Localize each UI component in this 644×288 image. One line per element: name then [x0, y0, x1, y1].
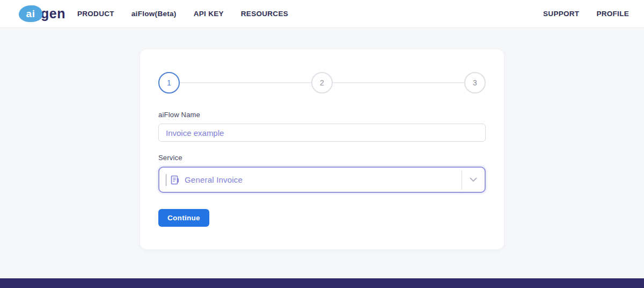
nav-item-api-key[interactable]: API KEY [194, 10, 224, 18]
nav-item-profile[interactable]: PROFILE [596, 10, 629, 18]
wizard-card: 1 2 3 aiFlow Name Service [140, 49, 504, 249]
chevron-down-icon[interactable] [462, 177, 485, 182]
logo-text: gen [41, 6, 65, 21]
logo-ai-mark: ai [19, 5, 42, 22]
service-select-value: General Invoice [185, 175, 462, 184]
text-caret [166, 174, 166, 186]
step-3-number: 3 [473, 78, 477, 87]
invoice-document-icon [170, 175, 180, 185]
nav-right-links: SUPPORT PROFILE [543, 10, 629, 18]
nav-item-aiflow-beta[interactable]: aiFlow(Beta) [131, 10, 177, 18]
step-connector-line [180, 82, 311, 83]
service-select[interactable]: General Invoice [158, 167, 486, 193]
nav-links: PRODUCT aiFlow(Beta) API KEY RESOURCES [77, 10, 288, 18]
step-2-indicator: 2 [311, 72, 333, 93]
nav-item-resources[interactable]: RESOURCES [241, 10, 288, 18]
nav-item-product[interactable]: PRODUCT [77, 10, 114, 18]
footer: © 2023 AI GEN CO., LTD Privacy Policy Te… [0, 278, 644, 288]
wizard-stepper: 1 2 3 [158, 72, 486, 93]
logo[interactable]: ai gen [19, 5, 65, 22]
aiflow-name-input[interactable] [158, 124, 486, 142]
step-1-indicator: 1 [158, 72, 180, 93]
top-nav: ai gen PRODUCT aiFlow(Beta) API KEY RESO… [0, 0, 644, 28]
step-connector-line [333, 82, 464, 83]
service-label: Service [158, 154, 486, 162]
main-area: 1 2 3 aiFlow Name Service [0, 49, 644, 278]
step-2-number: 2 [320, 78, 324, 87]
aiflow-name-label: aiFlow Name [158, 111, 486, 119]
continue-button[interactable]: Continue [158, 209, 209, 227]
step-3-indicator: 3 [464, 72, 486, 93]
step-1-number: 1 [167, 78, 171, 87]
nav-item-support[interactable]: SUPPORT [543, 10, 579, 18]
